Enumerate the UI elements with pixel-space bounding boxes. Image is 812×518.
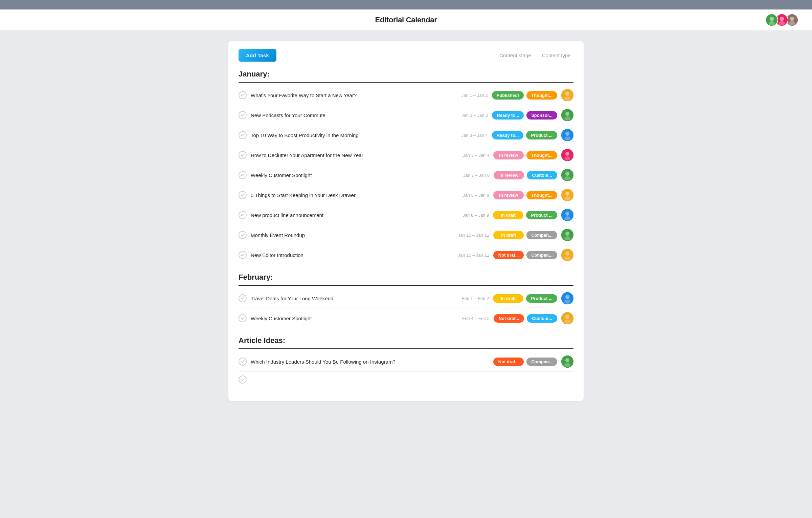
status-badge[interactable]: Published! <box>492 91 524 100</box>
task-title[interactable]: Monthly Event Roundup <box>251 232 445 238</box>
badges-group: Not draf...Custom... <box>494 314 557 323</box>
task-title[interactable]: 5 Things to Start Keeping in Your Desk D… <box>251 192 445 198</box>
task-row: Weekly Customer SpotlightJan 7 – Jan 8In… <box>239 165 573 185</box>
status-badge[interactable]: Not draf... <box>493 358 524 366</box>
svg-point-19 <box>565 152 569 156</box>
section-title-2: Article Ideas: <box>239 336 573 348</box>
status-badge[interactable]: In draft <box>493 231 524 239</box>
task-checkbox[interactable] <box>239 211 247 219</box>
type-badge[interactable]: Custom... <box>527 171 557 179</box>
section-header-0: January: <box>239 70 573 83</box>
task-checkbox[interactable] <box>239 191 247 199</box>
svg-point-2 <box>769 21 775 26</box>
header: Editorial Calendar <box>0 9 812 31</box>
task-checkbox[interactable] <box>239 91 247 99</box>
task-row: Weekly Customer SpotlightFeb 4 – Feb 5No… <box>239 308 573 328</box>
task-title[interactable]: Weekly Customer Spotlight <box>251 172 445 178</box>
task-title[interactable]: New Editor Introduction <box>251 252 445 258</box>
avatar <box>561 209 573 221</box>
svg-point-29 <box>564 216 570 220</box>
task-checkbox[interactable] <box>239 251 247 259</box>
badges-group: Ready to...Product ... <box>492 131 557 139</box>
task-title[interactable]: Which Industry Leaders Should You Be Fol… <box>251 359 489 365</box>
page-title: Editorial Calendar <box>375 16 437 24</box>
task-dates: Jan 8 – Jan 9 <box>448 213 489 218</box>
task-title[interactable]: Top 10 Way to Boost Productivity in the … <box>251 132 443 138</box>
task-title[interactable]: Travel Deals for Your Long Weekend <box>251 296 444 301</box>
task-title[interactable]: New product line announcement <box>251 212 444 218</box>
task-checkbox[interactable] <box>239 151 247 159</box>
avatar <box>561 249 573 261</box>
task-checkbox[interactable] <box>239 294 247 302</box>
section-title-1: February: <box>239 273 573 285</box>
header-avatar-0 <box>765 14 778 26</box>
badges-group: Not draf...Compan... <box>493 358 557 366</box>
status-badge[interactable]: In draft <box>493 211 523 219</box>
type-badge[interactable]: Product ... <box>526 131 557 139</box>
task-row: Top 10 Way to Boost Productivity in the … <box>239 125 573 145</box>
toolbar: Add Task Content stage Content type_ <box>239 49 573 62</box>
avatar <box>561 189 573 201</box>
type-badge[interactable]: Compan... <box>526 231 557 239</box>
task-checkbox[interactable] <box>239 358 247 366</box>
add-task-button[interactable]: Add Task <box>239 49 276 62</box>
top-bar <box>0 0 812 9</box>
status-badge[interactable]: Not draf... <box>493 251 524 259</box>
status-badge[interactable]: In review <box>493 191 524 199</box>
status-badge[interactable]: Ready to... <box>492 111 524 120</box>
type-badge[interactable]: Compan... <box>526 358 557 366</box>
status-badge[interactable]: In draft <box>493 294 523 303</box>
task-title[interactable]: What's Your Favorite Way to Start a New … <box>251 92 443 98</box>
section-divider-0 <box>239 82 573 83</box>
svg-point-20 <box>564 156 570 160</box>
avatar <box>561 109 573 121</box>
task-row: How to Declutter Your Apartment for the … <box>239 145 573 165</box>
type-badge[interactable]: Thought... <box>526 151 557 159</box>
toolbar-filters: Content stage Content type_ <box>499 52 573 58</box>
avatar <box>561 229 573 241</box>
avatar <box>561 149 573 161</box>
type-badge[interactable]: Product ... <box>526 211 557 219</box>
type-badge[interactable]: Product ... <box>526 294 557 303</box>
task-dates: Jan 10 – Jan 11 <box>449 253 489 258</box>
content-type-filter[interactable]: Content type_ <box>542 52 573 58</box>
svg-point-11 <box>564 96 570 101</box>
type-badge[interactable]: Thought... <box>526 91 557 100</box>
task-dates: Feb 4 – Feb 5 <box>449 316 490 321</box>
badges-group: Ready to...Sponsor... <box>492 111 557 120</box>
type-badge[interactable]: Sponsor... <box>526 111 557 120</box>
status-badge[interactable]: Ready to... <box>492 131 524 139</box>
task-dates: Jan 8 – Jan 9 <box>449 193 489 198</box>
status-badge[interactable]: Not draf... <box>494 314 524 323</box>
task-dates: Feb 1 – Feb 2 <box>448 296 489 301</box>
task-dates: Jan 7 – Jan 8 <box>449 173 490 178</box>
avatar <box>561 169 573 181</box>
task-title <box>251 376 573 383</box>
type-badge[interactable]: Compan... <box>526 251 557 259</box>
task-row: 5 Things to Start Keeping in Your Desk D… <box>239 185 573 205</box>
status-badge[interactable]: In review <box>494 171 524 179</box>
task-checkbox[interactable] <box>239 375 247 384</box>
task-checkbox[interactable] <box>239 171 247 179</box>
type-badge[interactable]: Thought... <box>526 191 557 199</box>
section-divider-2 <box>239 348 573 349</box>
content-stage-filter[interactable]: Content stage <box>499 52 531 58</box>
section-header-1: February: <box>239 273 573 286</box>
task-checkbox[interactable] <box>239 131 247 139</box>
task-title[interactable]: Weekly Customer Spotlight <box>251 316 445 321</box>
task-title[interactable]: New Podcasts for Your Commute <box>251 112 443 118</box>
task-checkbox[interactable] <box>239 231 247 239</box>
task-row: Travel Deals for Your Long WeekendFeb 1 … <box>239 288 573 308</box>
avatar <box>561 292 573 304</box>
svg-point-10 <box>565 92 569 96</box>
task-checkbox[interactable] <box>239 314 247 322</box>
type-badge[interactable]: Custom... <box>527 314 557 323</box>
svg-point-16 <box>565 132 569 136</box>
task-dates: Jan 1 – Jan 2 <box>447 93 488 98</box>
task-dates: Jan 1 – Jan 2 <box>447 113 488 118</box>
task-checkbox[interactable] <box>239 111 247 119</box>
task-title[interactable]: How to Declutter Your Apartment for the … <box>251 152 445 158</box>
svg-point-7 <box>790 17 794 21</box>
status-badge[interactable]: In review <box>493 151 524 159</box>
badges-group: Published!Thought... <box>492 91 557 100</box>
